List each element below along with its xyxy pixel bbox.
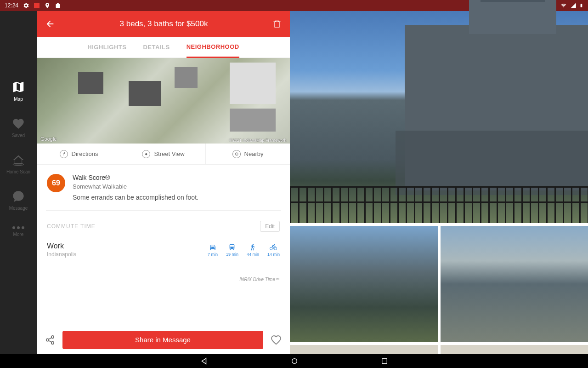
detail-panel: 3 beds, 3 baths for $500k HIGHLIGHTS DET… — [37, 11, 290, 354]
streetview-button[interactable]: ● Street View — [121, 144, 206, 164]
bag-status-icon — [55, 3, 61, 8]
gallery-thumb[interactable] — [441, 345, 588, 354]
commute-car: 7 min — [208, 243, 218, 257]
tab-neighborhood[interactable]: NEIGHBORHOOD — [187, 37, 239, 58]
location-status-icon — [44, 2, 51, 9]
sidebar-label: Map — [14, 97, 23, 102]
streetview-icon: ● — [142, 150, 150, 158]
gallery-thumb[interactable] — [290, 226, 438, 342]
gallery-thumb[interactable] — [290, 345, 438, 354]
commute-walk: 44 min — [247, 243, 259, 257]
heart-icon — [12, 117, 25, 130]
map-copyright: ©2021 IndianaMap Framework — [229, 138, 286, 143]
commute-block: COMMUTE TIME Edit Work Indianapolis 7 mi… — [37, 211, 290, 268]
nearby-icon: ⊙ — [232, 150, 241, 158]
delete-icon[interactable] — [272, 19, 282, 29]
satellite-map[interactable]: Google ©2021 IndianaMap Framework — [37, 58, 290, 144]
svg-point-3 — [46, 339, 49, 341]
app-status-icon — [34, 3, 40, 8]
share-message-button[interactable]: Share in Message — [62, 331, 263, 349]
panel-footer: Share in Message — [37, 325, 290, 354]
commute-dest-name: Work — [47, 242, 76, 250]
sidebar-label: Home Scan — [6, 169, 30, 174]
nav-home-icon[interactable] — [291, 357, 298, 365]
walk-score-block: 69 Walk Score® Somewhat Walkable Some er… — [37, 165, 290, 210]
commute-section-label: COMMUTE TIME — [47, 223, 96, 230]
status-time: 12:24 — [5, 2, 18, 9]
nav-recent-icon[interactable] — [381, 357, 388, 365]
home-scan-icon — [12, 154, 25, 167]
sidebar-label: More — [13, 232, 24, 237]
photo-gallery — [290, 11, 588, 354]
svg-point-4 — [51, 341, 54, 344]
commute-times: 7 min 19 min 44 min 14 min — [208, 243, 280, 257]
directions-button[interactable]: ↱ Directions — [37, 144, 121, 164]
commute-bike: 14 min — [267, 243, 280, 257]
sidebar-item-more[interactable]: More — [12, 226, 24, 237]
directions-icon: ↱ — [60, 150, 68, 158]
android-navbar — [0, 354, 588, 368]
more-icon — [12, 226, 24, 229]
bus-icon — [228, 243, 236, 251]
commute-dest-city: Indianapolis — [47, 251, 76, 258]
svg-point-2 — [51, 335, 54, 338]
walk-score-badge: 69 — [47, 174, 65, 192]
sidebar-label: Message — [9, 206, 28, 211]
walk-score-subtitle: Somewhat Walkable — [73, 183, 198, 190]
walk-score-desc: Some errands can be accomplished on foot… — [73, 194, 198, 201]
sidebar-item-map[interactable]: Map — [11, 80, 25, 102]
inrix-attribution: INRIX Drive Time™ — [37, 277, 290, 282]
tab-highlights[interactable]: HIGHLIGHTS — [87, 37, 126, 57]
tab-bar: HIGHLIGHTS DETAILS NEIGHBORHOOD — [37, 37, 290, 58]
nav-back-icon[interactable] — [200, 357, 208, 365]
wifi-icon — [560, 3, 567, 8]
signal-icon — [570, 2, 577, 9]
sidebar-item-homescan[interactable]: Home Scan — [6, 154, 30, 174]
settings-status-icon — [23, 2, 29, 9]
map-icon — [11, 80, 25, 94]
sidebar-label: Saved — [12, 133, 25, 138]
walk-score-title: Walk Score® — [73, 174, 198, 181]
gallery-main-photo[interactable] — [290, 11, 588, 223]
sidebar-item-saved[interactable]: Saved — [12, 117, 25, 138]
tab-details[interactable]: DETAILS — [143, 37, 170, 57]
back-icon[interactable] — [45, 19, 55, 29]
svg-rect-8 — [382, 359, 387, 364]
battery-icon — [579, 2, 583, 9]
share-icon[interactable] — [45, 335, 55, 345]
svg-rect-0 — [34, 3, 40, 8]
map-attribution: Google — [40, 136, 57, 142]
favorite-icon[interactable] — [271, 334, 282, 345]
panel-header: 3 beds, 3 baths for $500k — [37, 11, 290, 37]
svg-point-7 — [292, 359, 297, 364]
svg-line-6 — [49, 337, 51, 339]
car-icon — [209, 243, 217, 251]
commute-transit: 19 min — [226, 243, 238, 257]
bike-icon — [269, 243, 277, 251]
edit-button[interactable]: Edit — [260, 221, 280, 232]
message-icon — [12, 190, 25, 203]
gallery-thumb[interactable] — [441, 226, 588, 342]
sidebar: Map Saved Home Scan Message More — [0, 11, 37, 354]
nearby-button[interactable]: ⊙ Nearby — [206, 144, 290, 164]
map-actions: ↱ Directions ● Street View ⊙ Nearby — [37, 144, 290, 165]
sidebar-item-message[interactable]: Message — [9, 190, 28, 211]
svg-line-5 — [49, 340, 51, 342]
page-title: 3 beds, 3 baths for $500k — [55, 19, 272, 29]
walk-icon — [249, 243, 257, 251]
